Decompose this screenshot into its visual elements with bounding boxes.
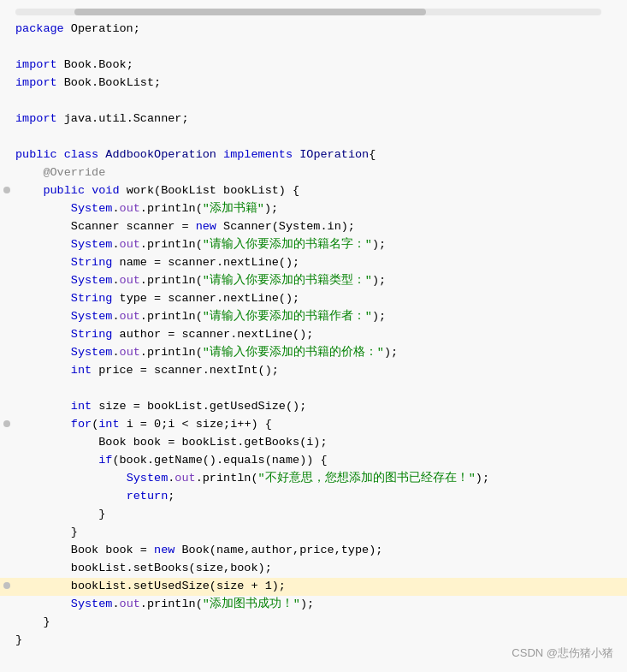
token: (book.getName().equals(name)) { bbox=[112, 454, 327, 467]
token: return bbox=[127, 490, 169, 503]
token: ); bbox=[372, 274, 386, 287]
code-line: Scanner scanner = new Scanner(System.in)… bbox=[0, 218, 627, 236]
token: public bbox=[15, 148, 64, 161]
token: .println( bbox=[196, 472, 258, 485]
code-line: System.out.println("添加书籍"); bbox=[0, 200, 627, 218]
token: } bbox=[15, 616, 50, 628]
line-content: import Book.BookList; bbox=[12, 74, 627, 92]
code-line: } bbox=[0, 506, 627, 524]
token bbox=[15, 490, 127, 503]
token: java.util.Scanner bbox=[64, 112, 182, 125]
line-content bbox=[12, 92, 627, 110]
token: System bbox=[71, 346, 113, 359]
code-container: package Operation; import Book.Book;impo… bbox=[0, 0, 627, 672]
top-scrollbar[interactable] bbox=[15, 9, 601, 15]
token: out bbox=[120, 310, 140, 323]
token: } bbox=[15, 508, 105, 520]
line-content: package Operation; bbox=[12, 21, 627, 39]
code-line: Book book = bookList.getBooks(i); bbox=[0, 434, 627, 452]
code-line: int price = scanner.nextInt(); bbox=[0, 362, 627, 380]
token: Book.BookList bbox=[64, 76, 154, 89]
token: work bbox=[127, 184, 154, 197]
token: .println( bbox=[140, 238, 203, 251]
token bbox=[15, 310, 71, 323]
token: Book.Book bbox=[64, 58, 127, 71]
token bbox=[15, 364, 71, 377]
token bbox=[15, 400, 71, 413]
token: String bbox=[71, 256, 120, 269]
token: = 0; bbox=[133, 418, 169, 431]
token: ); bbox=[384, 346, 398, 359]
token: ; bbox=[127, 58, 133, 71]
token: name = scanner.nextLine(); bbox=[120, 256, 300, 269]
token: String bbox=[71, 328, 120, 341]
token: int bbox=[98, 418, 126, 431]
code-line: System.out.println("请输入你要添加的书籍名字："); bbox=[0, 236, 627, 254]
code-line: String type = scanner.nextLine(); bbox=[0, 290, 627, 308]
token bbox=[15, 454, 98, 467]
code-line: System.out.println("请输入你要添加的书籍的价格："); bbox=[0, 344, 627, 362]
line-content: Scanner scanner = new Scanner(System.in)… bbox=[12, 218, 627, 236]
code-line bbox=[0, 92, 627, 110]
token: Book book = bookList.getBooks(i); bbox=[15, 436, 328, 449]
token: "请输入你要添加的书籍作者：" bbox=[203, 310, 372, 323]
token: implements bbox=[223, 148, 299, 161]
token: .println( bbox=[140, 310, 203, 323]
token: System bbox=[71, 202, 113, 215]
token: package bbox=[15, 22, 71, 35]
line-content: int price = scanner.nextInt(); bbox=[12, 362, 627, 380]
code-line: } bbox=[0, 614, 627, 632]
line-content: } bbox=[12, 506, 627, 524]
token: .println( bbox=[140, 202, 203, 215]
token: import bbox=[15, 112, 64, 125]
token: . bbox=[112, 202, 119, 215]
token: author = scanner.nextLine(); bbox=[120, 328, 314, 341]
token bbox=[15, 256, 71, 269]
token bbox=[15, 202, 71, 215]
token: size = bookList.getUsedSize(); bbox=[98, 400, 306, 413]
line-gutter bbox=[0, 582, 12, 589]
token: Book book = bbox=[15, 544, 154, 556]
gutter-dot bbox=[3, 582, 10, 589]
token bbox=[15, 292, 71, 305]
token: @Override bbox=[15, 166, 105, 179]
token: IOperation bbox=[299, 148, 369, 161]
code-line: for(int i = 0;i < size;i++) { bbox=[0, 416, 627, 434]
token: int bbox=[71, 364, 98, 377]
line-content bbox=[12, 39, 627, 56]
code-line: String author = scanner.nextLine(); bbox=[0, 326, 627, 344]
code-line: @Override bbox=[0, 164, 627, 182]
token bbox=[15, 418, 71, 431]
code-line: package Operation; bbox=[0, 21, 627, 39]
code-line: System.out.println("请输入你要添加的书籍类型："); bbox=[0, 272, 627, 290]
token: "不好意思，您想添加的图书已经存在！" bbox=[258, 472, 476, 485]
token: < size; bbox=[174, 418, 230, 431]
code-line: public void work(BookList bookList) { bbox=[0, 182, 627, 200]
token: (BookList bookList) { bbox=[154, 184, 299, 197]
token: Book(name,author,price,type); bbox=[181, 544, 382, 556]
line-content: for(int i = 0;i < size;i++) { bbox=[12, 416, 627, 434]
token: System bbox=[127, 472, 169, 485]
token: . bbox=[112, 598, 119, 610]
line-content: Book book = new Book(name,author,price,t… bbox=[12, 542, 627, 560]
token bbox=[15, 472, 127, 485]
line-content: bookList.setUsedSize(size + 1); bbox=[12, 578, 627, 596]
token: for bbox=[71, 418, 92, 431]
line-content: import Book.Book; bbox=[12, 56, 627, 74]
token: String bbox=[71, 292, 120, 305]
code-line: return; bbox=[0, 488, 627, 506]
token bbox=[15, 274, 71, 287]
token: "请输入你要添加的书籍类型：" bbox=[203, 274, 372, 287]
code-line: System.out.println("不好意思，您想添加的图书已经存在！"); bbox=[0, 470, 627, 488]
token: out bbox=[120, 598, 140, 610]
token: ); bbox=[300, 598, 314, 610]
code-line bbox=[0, 380, 627, 398]
token: i bbox=[127, 418, 133, 431]
token: Scanner scanner = bbox=[15, 220, 196, 233]
line-content: System.out.println("添加书籍"); bbox=[12, 200, 627, 218]
token: .println( bbox=[140, 274, 203, 287]
token bbox=[15, 598, 71, 610]
token: .println( bbox=[140, 598, 203, 610]
token: type = scanner.nextLine(); bbox=[120, 292, 300, 305]
token: ; bbox=[133, 22, 140, 35]
